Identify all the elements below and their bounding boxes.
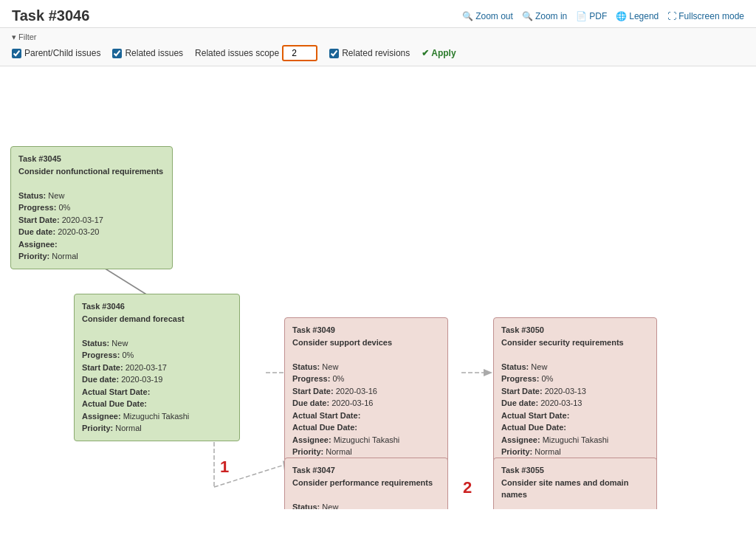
header-actions: 🔍 Zoom out 🔍 Zoom in 📄 PDF 🌐 Legend ⛶ Fu…	[462, 11, 744, 21]
parent-child-label: Parent/Child issues	[24, 48, 100, 58]
related-revisions-checkbox[interactable]	[329, 49, 339, 58]
card-task3049[interactable]: Task #3049 Consider support devices Stat…	[284, 317, 448, 465]
related-issues-checkbox[interactable]	[112, 49, 122, 58]
related-issues-label: Related issues	[125, 48, 183, 58]
task3046-title: Task #3046 Consider demand forecast	[82, 300, 232, 325]
filter-bar: ▾ Filter Parent/Child issues Related iss…	[0, 28, 756, 66]
task3045-assignee: Assignee:	[18, 238, 165, 251]
page-title: Task #3046	[12, 7, 89, 24]
task3055-title: Task #3055 Consider site names and domai…	[501, 464, 649, 501]
diagram-area: Task #3045 Consider nonfunctional requir…	[0, 66, 756, 509]
task3049-title: Task #3049 Consider support devices	[292, 324, 440, 348]
task3045-status: Status: New	[18, 190, 165, 202]
related-scope-filter: Related issues scope	[195, 45, 317, 61]
filter-label: ▾ Filter	[12, 32, 744, 42]
card-task3047[interactable]: Task #3047 Consider performance requirem…	[284, 458, 448, 509]
card-task3055[interactable]: Task #3055 Consider site names and domai…	[493, 458, 657, 509]
fullscreen-button[interactable]: ⛶ Fullscreen mode	[667, 11, 744, 21]
apply-button[interactable]: ✔ Apply	[422, 48, 456, 58]
parent-child-checkbox[interactable]	[12, 49, 21, 58]
related-revisions-label: Related revisions	[342, 48, 410, 58]
related-issues-filter[interactable]: Related issues	[112, 48, 183, 58]
task3050-title: Task #3050 Consider security requirement…	[501, 324, 649, 348]
task3045-due: Due date: 2020-03-20	[18, 226, 165, 238]
filter-controls: Parent/Child issues Related issues Relat…	[12, 45, 744, 61]
zoom-out-button[interactable]: 🔍 Zoom out	[462, 11, 513, 21]
card-task3045[interactable]: Task #3045 Consider nonfunctional requir…	[10, 146, 173, 269]
scope-input[interactable]	[282, 45, 317, 61]
parent-child-filter[interactable]: Parent/Child issues	[12, 48, 100, 58]
header: Task #3046 🔍 Zoom out 🔍 Zoom in 📄 PDF 🌐 …	[0, 0, 756, 28]
task3045-priority: Priority: Normal	[18, 250, 165, 263]
svg-marker-5	[484, 369, 492, 376]
legend-button[interactable]: 🌐 Legend	[616, 11, 659, 21]
task3045-progress: Progress: 0%	[18, 201, 165, 214]
zoom-in-button[interactable]: 🔍 Zoom in	[522, 11, 567, 21]
number-label-2: 2	[463, 478, 472, 497]
card-task3046[interactable]: Task #3046 Consider demand forecast Stat…	[74, 294, 240, 441]
apply-label: Apply	[431, 48, 456, 58]
card-task3050[interactable]: Task #3050 Consider security requirement…	[493, 317, 657, 465]
related-scope-label: Related issues scope	[195, 48, 279, 58]
number-label-1: 1	[220, 458, 229, 477]
task3047-title: Task #3047 Consider performance requirem…	[292, 464, 440, 489]
task3045-title: Task #3045 Consider nonfunctional requir…	[18, 153, 165, 177]
task3045-start: Start Date: 2020-03-17	[18, 214, 165, 227]
pdf-button[interactable]: 📄 PDF	[576, 11, 607, 21]
related-revisions-filter[interactable]: Related revisions	[329, 48, 410, 58]
